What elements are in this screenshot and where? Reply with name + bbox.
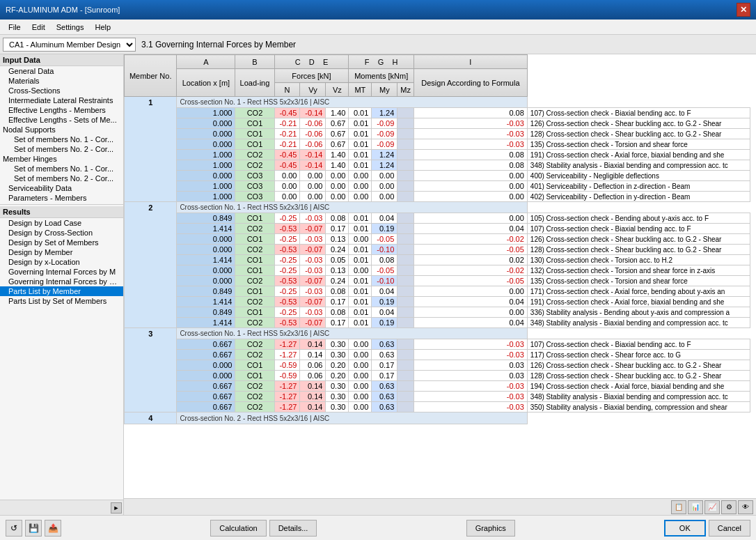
formula-cell: 402) Serviceability - Deflection in y-di…	[527, 192, 750, 202]
my-cell: -0.05	[372, 234, 397, 245]
ok-button[interactable]: OK	[664, 520, 706, 537]
panel-expand-arrow[interactable]: ►	[111, 502, 122, 514]
tree-governing-forces-m[interactable]: Governing Internal Forces by M	[0, 267, 123, 277]
mz-indicator	[397, 318, 414, 328]
header-location: Location x [m]	[177, 69, 235, 97]
tree-hinge-1[interactable]: Set of members No. 1 - Cor...	[0, 164, 123, 173]
details-button[interactable]: Details...	[269, 520, 317, 537]
my-cell: -0.10	[372, 276, 397, 286]
status-btn-1[interactable]: 📋	[671, 500, 686, 514]
status-btn-2[interactable]: 📊	[688, 500, 703, 514]
tree-design-cross-section[interactable]: Design by Cross-Section	[0, 228, 123, 238]
mz-cell: 0.00	[414, 171, 527, 181]
my-cell: -0.10	[372, 245, 397, 255]
tree-design-load-case[interactable]: Design by Load Case	[0, 218, 123, 228]
ca-selector[interactable]: CA1 - Aluminum Member Design	[3, 38, 136, 52]
menu-file[interactable]: File	[3, 22, 26, 33]
action-icon-2[interactable]: 💾	[25, 520, 42, 537]
data-grid: Member No. A B C D E F G H I Location x …	[124, 54, 750, 424]
mt-cell: 0.00	[349, 371, 372, 381]
loading-cell: CO2	[235, 276, 274, 286]
vy-cell: -0.14	[300, 150, 326, 160]
tree-materials[interactable]: Materials	[0, 76, 123, 86]
mt-cell: 0.01	[349, 297, 372, 307]
tree-design-x-location[interactable]: Design by x-Location	[0, 257, 123, 267]
tree-nodal-1[interactable]: Set of members No. 1 - Cor...	[0, 134, 123, 144]
location-cell: 0.667	[177, 402, 235, 412]
table-row: 0.667CO2-1.270.140.300.000.63-0.03350) S…	[125, 402, 750, 412]
tree-design-member[interactable]: Design by Member	[0, 247, 123, 257]
vy-cell: -0.03	[300, 265, 326, 276]
grid-container[interactable]: Member No. A B C D E F G H I Location x …	[124, 54, 756, 498]
table-row: 1.414CO2-0.53-0.070.170.010.190.04191) C…	[125, 297, 750, 307]
tree-general-data[interactable]: General Data	[0, 66, 123, 76]
mz-cell: -0.03	[414, 350, 527, 360]
n-cell: -1.27	[274, 392, 300, 402]
table-row: 1.000CO30.000.000.000.000.000.00402) Ser…	[125, 192, 750, 202]
vy-cell: -0.07	[300, 276, 326, 286]
mz-indicator	[397, 402, 414, 412]
tree-cross-sections[interactable]: Cross-Sections	[0, 86, 123, 95]
tree-parts-set[interactable]: Parts List by Set of Members	[0, 296, 123, 306]
loading-cell: CO3	[235, 181, 274, 192]
location-cell: 0.667	[177, 339, 235, 350]
tree-governing-forces-s[interactable]: Governing Internal Forces by S...	[0, 277, 123, 286]
table-row: 0.849CO1-0.25-0.030.080.010.040.00171) C…	[125, 286, 750, 297]
section-row: 2Cross-section No. 1 - Rect HSS 5x2x3/16…	[125, 202, 750, 213]
status-btn-5[interactable]: 👁	[738, 500, 753, 514]
status-btn-3[interactable]: 📈	[704, 500, 720, 514]
vz-cell: 0.30	[326, 350, 349, 360]
tree-parameters[interactable]: Parameters - Members	[0, 193, 123, 203]
header-moments: F G H	[349, 55, 414, 69]
header-mt: MT	[349, 83, 372, 97]
tree-intermediate-lateral[interactable]: Intermediate Lateral Restraints	[0, 95, 123, 105]
mz-indicator	[397, 160, 414, 171]
n-cell: -0.45	[274, 150, 300, 160]
tree-effective-sets[interactable]: Effective Lengths - Sets of Me...	[0, 115, 123, 125]
action-icon-1[interactable]: ↺	[6, 520, 22, 537]
vy-cell: -0.14	[300, 160, 326, 171]
status-btn-4[interactable]: ⚙	[721, 500, 737, 514]
menu-edit[interactable]: Edit	[26, 22, 51, 33]
graphics-button[interactable]: Graphics	[466, 520, 515, 537]
mz-cell: 0.00	[414, 213, 527, 224]
calculation-button[interactable]: Calculation	[210, 520, 266, 537]
formula-cell: 350) Stability analysis - Biaxial bendin…	[527, 402, 750, 412]
n-cell: -0.53	[274, 224, 300, 234]
my-cell: -0.09	[372, 129, 397, 139]
mz-indicator	[397, 245, 414, 255]
table-row: 0.000CO2-0.53-0.070.240.01-0.10-0.05135)…	[125, 276, 750, 286]
tree-serviceability[interactable]: Serviceability Data	[0, 183, 123, 193]
vy-cell: 0.00	[300, 192, 326, 202]
vy-cell: -0.06	[300, 139, 326, 150]
cancel-button[interactable]: Cancel	[709, 520, 750, 537]
close-button[interactable]: ✕	[737, 3, 750, 17]
vz-cell: 0.24	[326, 245, 349, 255]
tree-parts-member[interactable]: Parts List by Member	[0, 286, 123, 296]
header-forces: C D E	[274, 55, 349, 69]
tree-member-hinges[interactable]: Member Hinges	[0, 154, 123, 164]
left-panel-bottom: ►	[0, 500, 123, 515]
vz-cell: 0.20	[326, 371, 349, 381]
action-icon-3[interactable]: 📤	[45, 520, 61, 537]
location-cell: 0.000	[177, 234, 235, 245]
member-number-cell: 4	[125, 412, 177, 424]
menu-help[interactable]: Help	[89, 22, 116, 33]
menu-settings[interactable]: Settings	[51, 22, 90, 33]
section-label: Cross-section No. 1 - Rect HSS 5x2x3/16 …	[177, 202, 527, 213]
location-cell: 1.414	[177, 297, 235, 307]
tree-nodal-2[interactable]: Set of members No. 2 - Cor...	[0, 144, 123, 154]
location-cell: 1.000	[177, 192, 235, 202]
location-cell: 1.000	[177, 181, 235, 192]
tree-nodal-supports[interactable]: Nodal Supports	[0, 125, 123, 134]
tree-design-set-members[interactable]: Design by Set of Members	[0, 238, 123, 247]
tree-hinge-2[interactable]: Set of members No. 2 - Cor...	[0, 173, 123, 183]
mz-cell: -0.03	[414, 339, 527, 350]
mt-cell: 0.00	[349, 381, 372, 392]
tree-effective-members[interactable]: Effective Lengths - Members	[0, 105, 123, 115]
mz-cell: 0.00	[414, 192, 527, 202]
header-vy: Vy	[300, 83, 326, 97]
mz-indicator	[397, 181, 414, 192]
loading-cell: CO1	[235, 360, 274, 371]
table-row: 1.414CO2-0.53-0.070.170.010.190.04348) S…	[125, 318, 750, 328]
